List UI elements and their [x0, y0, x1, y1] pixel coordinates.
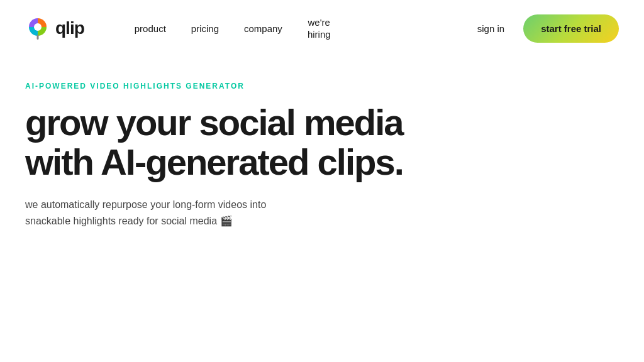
header-actions: sign in start free trial: [477, 14, 619, 43]
nav-company[interactable]: company: [244, 23, 282, 34]
hero-description: we automatically repurpose your long-for…: [25, 197, 296, 229]
hero-heading: grow your social media with AI-generated…: [25, 103, 415, 182]
nav-hiring[interactable]: we'rehiring: [308, 16, 331, 41]
start-trial-button[interactable]: start free trial: [523, 14, 619, 43]
hero-heading-line1: grow your social media: [25, 102, 403, 143]
hero-badge: AI-POWERED VIDEO HIGHLIGHTS GENERATOR: [25, 82, 415, 90]
nav-pricing[interactable]: pricing: [191, 23, 219, 34]
hero-heading-line2: with AI-generated clips.: [25, 141, 403, 182]
sign-in-link[interactable]: sign in: [477, 23, 504, 34]
hero-section: AI-POWERED VIDEO HIGHLIGHTS GENERATOR gr…: [0, 57, 440, 229]
svg-point-1: [34, 23, 42, 31]
logo-text: qlip: [55, 18, 84, 38]
logo[interactable]: qlip: [25, 16, 84, 41]
main-nav: product pricing company we'rehiring: [135, 16, 477, 41]
qlip-logo-icon: [25, 16, 50, 41]
nav-product[interactable]: product: [135, 23, 166, 34]
svg-rect-2: [37, 35, 39, 40]
